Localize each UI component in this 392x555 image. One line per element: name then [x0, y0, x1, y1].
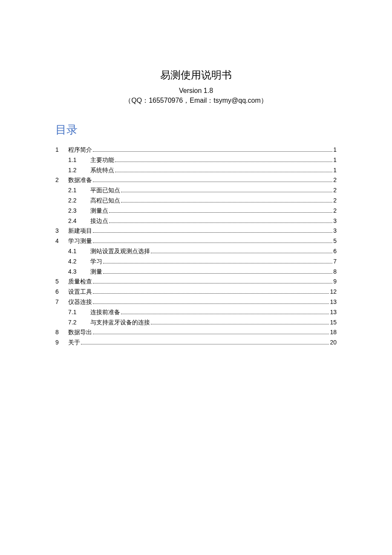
toc-entry-title: 新建项目	[68, 226, 92, 236]
toc-entry[interactable]: 2.2高程已知点2	[55, 196, 337, 206]
toc-entry-title: 平面已知点	[90, 185, 120, 196]
toc-page-number: 13	[330, 307, 337, 318]
toc-section-number: 9	[55, 338, 68, 348]
toc-leader-dots	[93, 334, 329, 334]
toc-leader-dots	[121, 202, 332, 202]
toc-entry[interactable]: 2数据准备2	[55, 175, 337, 185]
toc-subsection-number: 1.2	[68, 165, 90, 176]
toc-entry-title: 连接前准备	[90, 307, 120, 318]
toc-entry-title: 测站设置及观测点选择	[90, 246, 150, 257]
toc-leader-dots	[93, 151, 332, 152]
toc-entry[interactable]: 2.1平面已知点2	[55, 185, 337, 196]
toc-section-number: 2	[55, 175, 68, 185]
toc-entry[interactable]: 1程序简介1	[55, 145, 337, 155]
toc-entry[interactable]: 1.1主要功能1	[55, 155, 337, 165]
toc-entry[interactable]: 4.2学习7	[55, 257, 337, 267]
toc-section-number: 8	[55, 327, 68, 338]
toc-entry[interactable]: 2.3测量点2	[55, 206, 337, 216]
toc-entry[interactable]: 1.2系统特点1	[55, 165, 337, 176]
toc-entry-title: 系统特点	[90, 165, 114, 176]
toc-subsection-number: 2.2	[68, 196, 90, 206]
toc-page-number: 3	[333, 216, 337, 226]
toc-subsection-number: 2.3	[68, 206, 90, 216]
document-version: Version 1.8	[55, 87, 337, 95]
toc-page-number: 20	[330, 338, 337, 348]
toc-entry-title: 关于	[68, 338, 80, 348]
toc-page-number: 8	[333, 267, 337, 277]
toc-leader-dots	[109, 212, 332, 213]
toc-container: 1程序简介11.1主要功能11.2系统特点12数据准备22.1平面已知点22.2…	[55, 145, 337, 348]
toc-page-number: 3	[333, 226, 337, 236]
toc-entry-title: 学习测量	[68, 236, 92, 246]
toc-heading: 目录	[55, 122, 337, 137]
toc-section-number: 1	[55, 145, 68, 155]
toc-subsection-number: 7.1	[68, 307, 90, 318]
toc-page-number: 1	[333, 165, 337, 176]
toc-page-number: 9	[333, 277, 337, 287]
toc-leader-dots	[81, 344, 329, 344]
toc-leader-dots	[93, 293, 329, 294]
toc-entry-title: 接边点	[90, 216, 108, 226]
toc-entry-title: 测量点	[90, 206, 108, 216]
toc-entry[interactable]: 4.1测站设置及观测点选择6	[55, 246, 337, 257]
toc-entry-title: 程序简介	[68, 145, 92, 155]
toc-entry[interactable]: 7.1连接前准备13	[55, 307, 337, 318]
toc-entry[interactable]: 7.2与支持蓝牙设备的连接15	[55, 318, 337, 328]
toc-leader-dots	[93, 304, 329, 304]
toc-entry-title: 主要功能	[90, 155, 114, 165]
toc-subsection-number: 2.4	[68, 216, 90, 226]
toc-entry[interactable]: 5质量检查9	[55, 277, 337, 287]
toc-page-number: 2	[333, 206, 337, 216]
toc-entry[interactable]: 6设置工具12	[55, 287, 337, 297]
toc-entry[interactable]: 3新建项目3	[55, 226, 337, 236]
toc-entry[interactable]: 2.4接边点3	[55, 216, 337, 226]
toc-leader-dots	[109, 223, 332, 223]
toc-entry[interactable]: 4.3测量8	[55, 267, 337, 277]
toc-leader-dots	[93, 283, 332, 283]
toc-entry[interactable]: 7仪器连接13	[55, 297, 337, 307]
toc-page-number: 13	[330, 297, 337, 307]
toc-section-number: 7	[55, 297, 68, 307]
toc-entry-title: 与支持蓝牙设备的连接	[90, 318, 150, 328]
toc-subsection-number: 1.1	[68, 155, 90, 165]
toc-entry-title: 质量检查	[68, 277, 92, 287]
toc-entry-title: 仪器连接	[68, 297, 92, 307]
toc-leader-dots	[103, 263, 332, 263]
toc-entry-title: 测量	[90, 267, 102, 277]
toc-entry[interactable]: 8数据导出18	[55, 327, 337, 338]
toc-section-number: 5	[55, 277, 68, 287]
toc-entry-title: 数据准备	[68, 175, 92, 185]
document-page: 易测使用说明书 Version 1.8 （QQ：165570976，Email：…	[0, 0, 392, 348]
toc-entry-title: 高程已知点	[90, 196, 120, 206]
toc-leader-dots	[151, 253, 332, 253]
toc-entry-title: 数据导出	[68, 327, 92, 338]
toc-entry[interactable]: 9关于20	[55, 338, 337, 348]
toc-section-number: 4	[55, 236, 68, 246]
toc-leader-dots	[121, 192, 332, 192]
toc-leader-dots	[93, 243, 332, 243]
toc-leader-dots	[115, 162, 332, 162]
toc-section-number: 6	[55, 287, 68, 297]
toc-page-number: 15	[330, 318, 337, 328]
toc-page-number: 6	[333, 246, 337, 257]
toc-leader-dots	[151, 324, 329, 324]
toc-page-number: 2	[333, 185, 337, 196]
toc-subsection-number: 4.1	[68, 246, 90, 257]
document-contact: （QQ：165570976，Email：tsymy@qq.com）	[55, 96, 337, 105]
toc-page-number: 12	[330, 287, 337, 297]
toc-leader-dots	[93, 182, 332, 182]
toc-leader-dots	[103, 273, 332, 274]
toc-page-number: 2	[333, 175, 337, 185]
toc-leader-dots	[93, 232, 332, 233]
toc-entry-title: 设置工具	[68, 287, 92, 297]
toc-page-number: 1	[333, 145, 337, 155]
toc-section-number: 3	[55, 226, 68, 236]
toc-page-number: 5	[333, 236, 337, 246]
toc-page-number: 7	[333, 257, 337, 267]
toc-leader-dots	[121, 314, 329, 314]
toc-leader-dots	[115, 172, 332, 172]
toc-page-number: 1	[333, 155, 337, 165]
toc-subsection-number: 2.1	[68, 185, 90, 196]
toc-entry[interactable]: 4学习测量5	[55, 236, 337, 246]
toc-page-number: 18	[330, 327, 337, 338]
